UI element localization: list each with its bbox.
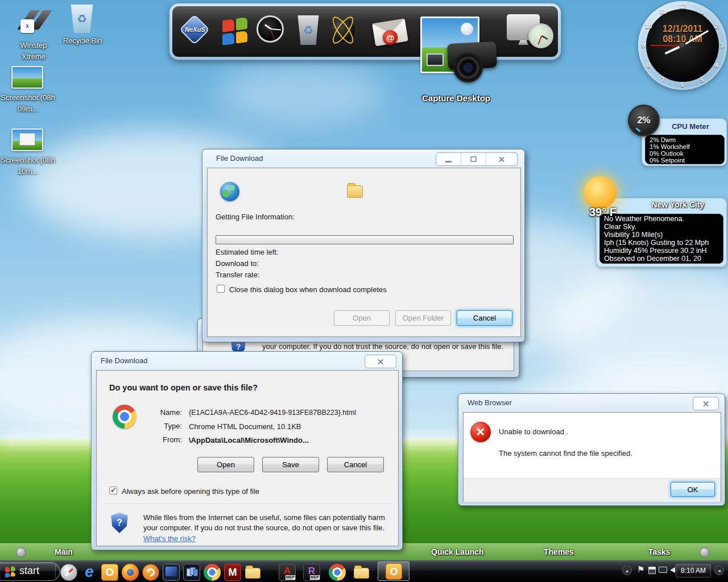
- clock-center-cap: [679, 42, 686, 49]
- outlook-o-icon: O: [106, 566, 114, 578]
- download-progress-bar: [216, 235, 514, 244]
- dock-item-clock[interactable]: [257, 15, 287, 46]
- shield-question-icon: ?: [110, 513, 129, 533]
- desktop-icon-recycle-bin[interactable]: ♻ Recycle Bin: [57, 2, 108, 59]
- desktop-icon-screenshot-1[interactable]: Screenshot (08h 09m...: [2, 65, 53, 127]
- clock-numeral: 8: [647, 62, 650, 69]
- recycle-bin-icon: ♻: [296, 15, 320, 45]
- error-line-1: Unable to download .: [499, 427, 568, 436]
- open-button[interactable]: Open: [334, 310, 390, 326]
- desktop-icon-winstep-xtreme[interactable]: ˣ Winstep Xtreme: [8, 7, 59, 64]
- weather-line: Observed on December 01, 20: [604, 255, 719, 263]
- cpu-process-row: 0% Setpoint: [650, 157, 720, 164]
- name-label: Name:: [159, 408, 182, 417]
- taskbar-icon-mcafee[interactable]: M: [224, 564, 241, 581]
- dialog-title[interactable]: File Download: [216, 154, 263, 163]
- taskbar-icon-autodesk[interactable]: [142, 564, 159, 581]
- taskbar-icon-firefox[interactable]: [122, 564, 139, 581]
- clock-numeral: 7: [661, 76, 664, 83]
- cpu-gauge-value: 2%: [637, 115, 650, 126]
- dock-item-capture-desktop[interactable]: [420, 15, 500, 95]
- maximize-button[interactable]: [461, 153, 486, 165]
- cancel-button[interactable]: Cancel: [457, 310, 512, 326]
- always-ask-label: Always ask before opening this type of f…: [122, 487, 259, 496]
- weather-line: Humidity 45% Pressure 30.2 inH: [604, 247, 719, 255]
- globe-icon: [220, 182, 239, 201]
- start-button[interactable]: start: [0, 562, 60, 581]
- close-button[interactable]: ✕: [486, 153, 517, 165]
- tray-overflow-button[interactable]: ◂: [714, 566, 724, 575]
- weather-line: Visibility 10 Mile(s): [604, 231, 719, 239]
- network-icon[interactable]: [659, 567, 667, 573]
- file-download-progress-dialog: File Download ✕ Getting File Information…: [202, 149, 525, 342]
- dialog-title[interactable]: Web Browser: [468, 398, 512, 407]
- minimize-button[interactable]: [436, 153, 461, 165]
- taskbar-active-outlook-button[interactable]: O: [378, 562, 410, 581]
- mep-badge: MEP: [286, 575, 295, 580]
- dock-item-nexus[interactable]: NeXuS: [180, 16, 210, 46]
- mep-badge: MEP: [310, 575, 320, 580]
- weather-city: New York City: [632, 200, 723, 209]
- taskbar-icon-folder-2[interactable]: [353, 564, 370, 581]
- cancel-button[interactable]: Cancel: [327, 457, 384, 472]
- dock-tooltip: Capture Desktop: [405, 93, 507, 103]
- taskbar-icon-revit-mep[interactable]: R MEP: [303, 564, 320, 581]
- show-hidden-icons-button[interactable]: ▴: [622, 566, 632, 575]
- clock-widget: 121234567891011 12/1/2011 08:10 AM: [638, 1, 727, 90]
- open-folder-button[interactable]: Open Folder: [395, 310, 451, 326]
- shelf-tab-themes[interactable]: Themes: [544, 547, 574, 556]
- safari-compass-needle-icon: [65, 568, 73, 577]
- whats-the-risk-link[interactable]: What's the risk?: [143, 534, 196, 543]
- battery-icon[interactable]: [648, 567, 656, 574]
- always-ask-checkbox[interactable]: [109, 487, 117, 494]
- save-button[interactable]: Save: [262, 457, 319, 472]
- windows-logo-icon: [222, 17, 247, 45]
- taskbar-icon-chrome[interactable]: [204, 564, 221, 581]
- separator: [105, 504, 391, 505]
- taskbar-icon-outlook[interactable]: O: [101, 564, 118, 581]
- weather-line: Iph (15 Knots) Gusting to 22 Mph: [604, 239, 719, 247]
- error-icon: ✕: [470, 422, 491, 442]
- chrome-file-icon: [113, 405, 136, 429]
- from-label: From:: [159, 435, 182, 444]
- open-button[interactable]: Open: [197, 457, 254, 472]
- weather-line: Clear Sky.: [604, 223, 719, 231]
- shelf-tab-quick-launch[interactable]: Quick Launch: [431, 547, 484, 556]
- taskbar-icon-explorer-folder[interactable]: [245, 564, 262, 581]
- taskbar-icon-app-windows[interactable]: [183, 564, 200, 581]
- autodesk-arrows-icon: [145, 567, 156, 577]
- dock-item-computer-clock[interactable]: [507, 14, 555, 52]
- volume-icon[interactable]: [670, 567, 675, 573]
- close-icon: ✕: [702, 400, 710, 408]
- tray-clock[interactable]: 8:10 AM: [676, 564, 711, 577]
- taskbar-icon-chrome-2[interactable]: [329, 564, 346, 581]
- close-when-complete-checkbox[interactable]: [217, 285, 225, 293]
- dock-item-recycle-bin[interactable]: ♻: [293, 14, 322, 46]
- shelf-tab-main[interactable]: Main: [55, 547, 73, 556]
- ok-button[interactable]: OK: [671, 482, 715, 497]
- taskbar-icon-internet-explorer[interactable]: e: [81, 564, 98, 581]
- desktop-icon-screenshot-2[interactable]: Screenshot (08h 10m...: [2, 127, 53, 190]
- warning-text-partial: your computer. If you do not trust the s…: [262, 342, 512, 351]
- taskbar-icon-remote-desktop[interactable]: [163, 564, 180, 581]
- close-icon: ✕: [498, 155, 506, 164]
- type-label: Type:: [159, 422, 182, 430]
- from-value: \AppData\Local\Microsoft\Windo...: [189, 436, 309, 444]
- start-windows-logo-icon: [5, 566, 15, 578]
- close-button[interactable]: ✕: [365, 355, 396, 368]
- shelf-tab-tasks[interactable]: Tasks: [648, 547, 671, 556]
- taskbar-icon-safari[interactable]: [60, 564, 77, 581]
- nexus-dock: NeXuS ♻ @: [169, 3, 561, 60]
- action-center-flag-icon[interactable]: ⚑: [637, 564, 644, 575]
- dock-item-windows[interactable]: [220, 16, 250, 46]
- minimize-icon: [445, 161, 452, 163]
- dialog-title[interactable]: File Download: [101, 356, 147, 365]
- remote-screen-icon: [166, 567, 177, 576]
- capture-camera-lens-icon: [453, 53, 483, 82]
- taskbar-icon-autocad-mep[interactable]: A MEP: [279, 564, 296, 581]
- dock-item-email[interactable]: @: [371, 18, 411, 52]
- close-button[interactable]: ✕: [693, 397, 718, 410]
- weather-details: No Weather Phenomena. Clear Sky. Visibil…: [599, 214, 723, 264]
- maximize-icon: [470, 156, 477, 162]
- dock-item-network-globe[interactable]: [328, 15, 358, 45]
